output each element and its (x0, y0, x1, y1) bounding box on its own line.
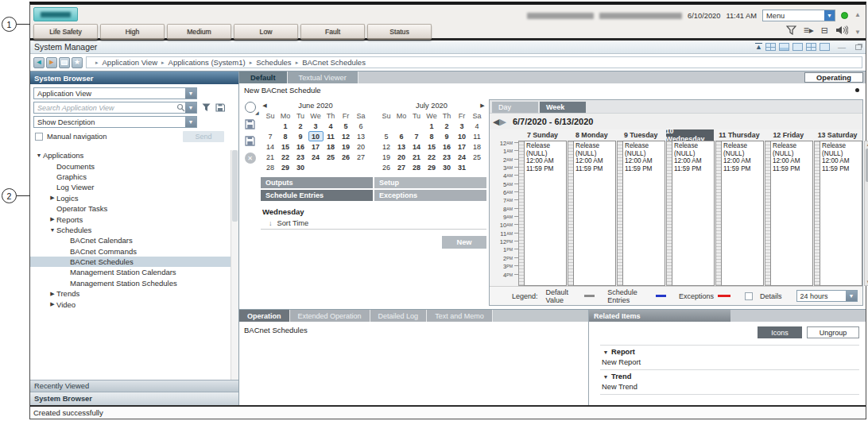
tree-item-schedules[interactable]: ▼Schedules (30, 225, 231, 235)
tree-item-applications[interactable]: ▼Applications (30, 150, 231, 160)
forward-button[interactable]: ► (46, 57, 57, 68)
tree-expanded-icon[interactable]: ▼ (35, 153, 43, 158)
calendar-day-1[interactable]: 1 (278, 121, 293, 131)
tree-item-logics[interactable]: ▶Logics (30, 193, 231, 203)
tree-collapsed-icon[interactable]: ▶ (48, 216, 56, 222)
toolbar-button-life-safety[interactable]: Life Safety (33, 24, 98, 40)
calendar-prev-icon[interactable]: ◀ (261, 102, 269, 109)
tree-scrollbar-thumb[interactable] (232, 150, 238, 222)
calendar-day-9[interactable]: 9 (293, 131, 308, 141)
viewer-options-icon[interactable] (245, 102, 256, 113)
week-column-10-wednesday[interactable]: Release(NULL)12:00 AM11:59 PM (666, 141, 715, 286)
tree-item-bacnet-calendars[interactable]: BACnet Calendars (30, 235, 231, 245)
calendar-day-27[interactable]: 27 (354, 152, 369, 162)
calendar-day-6[interactable]: 6 (354, 121, 369, 131)
calendar-day-21[interactable]: 21 (263, 152, 278, 162)
breadcrumb[interactable]: ▸Application View▸Applications (System1)… (86, 56, 862, 68)
calendar-day-28[interactable]: 28 (409, 162, 424, 172)
tab-schedule-entries[interactable]: Schedule Entries (261, 190, 373, 201)
week-scrollbar[interactable]: ▲ ▼ (864, 141, 868, 286)
tree-scrollbar[interactable] (231, 150, 238, 380)
toolbar-button-fault[interactable]: Fault (300, 24, 365, 40)
calendar-day-3[interactable]: 3 (308, 121, 324, 131)
tab-text-and-memo[interactable]: Text and Memo (427, 310, 493, 322)
week-column-body[interactable]: Release(NULL)12:00 AM11:59 PM (622, 141, 665, 286)
tree-item-documents[interactable]: Documents (30, 160, 231, 171)
tree-item-log-viewer[interactable]: Log Viewer (30, 182, 231, 192)
tree-item-operator-tasks[interactable]: Operator Tasks (30, 203, 231, 214)
calendar-day-23[interactable]: 23 (293, 152, 308, 162)
calendar-day-26[interactable]: 26 (339, 152, 354, 162)
layout-grid-icon[interactable] (765, 43, 776, 51)
time-span-dropdown[interactable]: 24 hours ▼ (796, 290, 858, 302)
calendar-day-16[interactable]: 16 (293, 141, 308, 152)
week-column-scrollbar[interactable] (568, 141, 573, 286)
calendar-day-20[interactable]: 20 (394, 152, 409, 162)
related-group-header[interactable]: ▼Report (600, 348, 859, 356)
chevron-down-icon[interactable]: ▼ (846, 291, 857, 301)
tree-item-management-station-calendars[interactable]: Management Station Calendars (30, 267, 231, 277)
calendar-day-30[interactable]: 30 (440, 162, 455, 172)
discard-icon[interactable]: ✕ (245, 153, 256, 164)
toolbar-button-medium[interactable]: Medium (167, 24, 231, 40)
calendar-day-3[interactable]: 3 (455, 121, 470, 131)
calendar-day-24[interactable]: 24 (308, 152, 324, 162)
calendar-day-15[interactable]: 15 (424, 141, 440, 152)
tree-item-video[interactable]: ▶Video (30, 299, 231, 309)
calendar-day-25[interactable]: 25 (470, 152, 485, 162)
week-column-13-saturday[interactable]: Release(NULL)12:00 AM11:59 PM (814, 141, 862, 286)
chevron-expanded-icon[interactable]: ▼ (600, 350, 611, 355)
breadcrumb-item-application-view[interactable]: Application View (103, 58, 158, 67)
calendar-day-26[interactable]: 26 (379, 162, 394, 172)
pin-layout-icon[interactable]: ▲ (755, 43, 762, 51)
collapse-up-icon[interactable]: ▲ (854, 11, 861, 18)
week-column-11-thursday[interactable]: Release(NULL)12:00 AM11:59 PM (715, 141, 764, 286)
filter-icon[interactable] (786, 25, 796, 35)
calendar-day-22[interactable]: 22 (424, 152, 440, 162)
calendar-day-10[interactable]: 10 (308, 131, 324, 141)
calendar-day-5[interactable]: 5 (379, 131, 394, 141)
calendar-day-7[interactable]: 7 (409, 131, 424, 141)
calendar-day-10[interactable]: 10 (455, 131, 470, 141)
calendar-day-29[interactable]: 29 (424, 162, 440, 172)
calendar-day-21[interactable]: 21 (409, 152, 424, 162)
week-column-12-friday[interactable]: Release(NULL)12:00 AM11:59 PM (765, 141, 813, 286)
tab-operation[interactable]: Operation (239, 310, 290, 322)
calendar-day-11[interactable]: 11 (324, 131, 339, 141)
save-filter-icon[interactable] (215, 103, 225, 112)
calendar-day-31[interactable]: 31 (455, 162, 470, 172)
speaker-icon[interactable] (835, 25, 848, 35)
chevron-expanded-icon[interactable]: ▼ (600, 374, 611, 380)
manual-navigation-checkbox[interactable] (35, 133, 43, 141)
calendar-day-1[interactable]: 1 (424, 121, 440, 131)
calendar-day-9[interactable]: 9 (440, 131, 455, 141)
tree-collapsed-icon[interactable]: ▶ (48, 195, 56, 201)
layout-wide-icon[interactable] (820, 43, 830, 51)
calendar-day-5[interactable]: 5 (339, 121, 354, 131)
scroll-down-icon[interactable]: ▼ (865, 280, 868, 284)
week-column-body[interactable]: Release(NULL)12:00 AM11:59 PM (770, 141, 813, 286)
calendar-day-14[interactable]: 14 (409, 141, 424, 152)
collapse-down-icon[interactable]: ▼ (854, 29, 861, 36)
week-column-body[interactable]: Release(NULL)12:00 AM11:59 PM (721, 141, 764, 286)
tab-exceptions[interactable]: Exceptions (374, 190, 486, 201)
calendar-day-14[interactable]: 14 (263, 141, 278, 152)
back-button[interactable]: ◄ (33, 57, 45, 68)
view-selector-dropdown[interactable]: Application View ▼ (33, 87, 197, 99)
favorites-star-button[interactable]: ★ (72, 57, 83, 68)
calendar-day-12[interactable]: 12 (339, 131, 354, 141)
week-column-scrollbar[interactable] (617, 141, 622, 286)
recently-viewed-bar[interactable]: Recently Viewed (30, 380, 238, 392)
save-as-icon[interactable] (245, 136, 255, 146)
tab-week[interactable]: Week (540, 102, 586, 113)
view-snapshot-button[interactable] (59, 57, 70, 68)
calendar-day-2[interactable]: 2 (440, 121, 455, 131)
save-icon[interactable] (245, 119, 255, 129)
toolbar-button-low[interactable]: Low (234, 24, 298, 40)
minimize-icon[interactable]: — (838, 43, 846, 52)
tab-day[interactable]: Day (492, 102, 538, 113)
chevron-down-icon[interactable]: ▼ (185, 117, 196, 127)
calendar-day-8[interactable]: 8 (424, 131, 440, 141)
week-day-header-7-sunday[interactable]: 7 Sunday (518, 129, 567, 141)
layout-quad-icon[interactable] (806, 43, 816, 51)
